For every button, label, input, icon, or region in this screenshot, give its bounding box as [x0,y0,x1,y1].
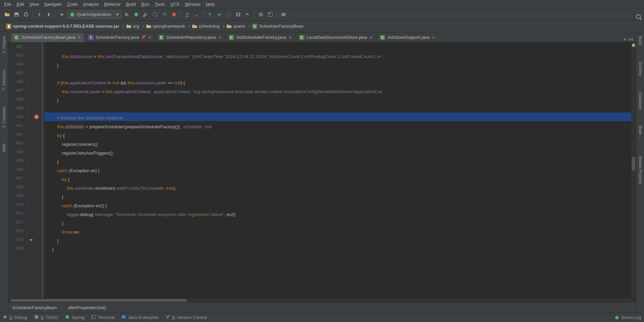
fold-toggle-icon[interactable] [28,237,34,242]
line-number-gutter[interactable]: 4824834844854864874884894904914924934944… [8,42,28,298]
line-number[interactable]: 503 [8,226,23,235]
vcs-history-button[interactable] [224,10,233,19]
code-line[interactable]: try { [47,131,636,140]
code-line[interactable]: // Initialize the Scheduler instance... [47,114,636,123]
line-number[interactable]: 485 [8,69,23,77]
vcs-commit-button[interactable] [215,10,224,19]
code-line[interactable]: logger.debug( message: "Scheduler shutdo… [47,210,636,219]
editor-breadcrumbs[interactable]: SchedulerFactoryBean〉afterPropertiesSet(… [8,302,636,313]
code-line[interactable]: catch (Exception ex) { [47,166,636,175]
code-line[interactable]: } [47,237,636,245]
line-number[interactable]: 497 [8,174,23,183]
gutter-icons[interactable] [28,42,45,298]
code-line[interactable]: this.resourceLoader = this.applicationCo… [47,87,636,96]
close-tab-button[interactable]: × [288,35,292,40]
code-area[interactable]: this.dataSource = this.nonTransactionalD… [45,42,636,298]
run-config-selector[interactable]: QuartzApplication ▾ [67,10,122,19]
editor-tab[interactable]: CStdSchedulerFactory.java× [226,32,295,42]
line-number[interactable]: 483 [8,51,23,60]
execution-point-icon[interactable] [34,114,39,119]
line-number[interactable]: 482 [8,42,23,51]
editor-breadcrumb-item[interactable]: SchedulerFactoryBean [12,305,57,310]
code-line[interactable]: catch (Exception ex2) { [47,202,636,210]
line-number[interactable]: 501 [8,209,23,218]
vcs-diff-button[interactable] [234,10,243,19]
code-line[interactable]: this.scheduler.shutdown( waitForJobsToCo… [47,184,636,193]
code-line[interactable]: if (this.applicationContext != null && t… [47,79,636,87]
editor-tab[interactable]: CSchedulerRepository.java× [155,32,225,42]
code-line[interactable]: this.scheduler = prepareScheduler(prepar… [47,123,636,131]
line-number[interactable]: 500 [8,200,23,209]
line-number[interactable]: 486 [8,77,23,86]
bottom-tool-jee[interactable]: Java Enterprise [121,315,158,320]
code-line[interactable]: registerListeners(); [47,140,636,149]
line-number[interactable]: 489 [8,104,23,112]
line-number[interactable]: 484 [8,60,23,69]
code-line[interactable]: } [47,96,636,105]
code-line[interactable]: } [47,245,636,254]
right-tool-bean--[interactable]: Bean … [637,124,643,141]
code-line[interactable]: throw ex; [47,228,636,237]
close-tab-button[interactable]: × [148,35,152,40]
menu-edit[interactable]: Edit [14,1,27,7]
bottom-tool-debug[interactable]: 5: Debug [3,315,27,320]
right-tool-database[interactable]: Database [637,90,643,110]
menu-code[interactable]: Code [65,1,80,7]
code-line[interactable]: } [47,193,636,202]
code-line[interactable]: this.dataSource = this.nonTransactionalD… [47,52,636,61]
line-number[interactable]: 504 [8,235,23,244]
menu-refactor[interactable]: Refactor [101,1,123,7]
settings-button[interactable] [256,10,265,19]
menu-navigate[interactable]: Navigate [42,1,64,7]
code-line[interactable] [47,254,636,263]
stop-button[interactable] [170,10,178,19]
vcs-update-button[interactable] [205,10,214,19]
sdk-button[interactable] [279,10,288,19]
line-number[interactable]: 488 [8,95,23,104]
menu-view[interactable]: View [27,1,42,7]
breadcrumb-item[interactable]: springframework [143,22,189,31]
editor-tab[interactable]: CSchedulerFactoryBean.java× [11,33,84,42]
code-line[interactable] [47,105,636,114]
menu-help[interactable]: Help [203,1,218,7]
editor-tab[interactable]: CJobStoreSupport.java× [377,32,439,42]
line-number[interactable]: 496 [8,165,23,174]
editor-breadcrumb-item[interactable]: afterPropertiesSet() [68,305,106,310]
menu-run[interactable]: Run [139,1,152,7]
sync-button[interactable] [22,10,30,19]
forward-button[interactable] [44,10,53,19]
close-tab-button[interactable]: × [431,35,436,40]
run-button[interactable] [122,10,131,19]
line-number[interactable]: 495 [8,156,23,165]
left-tool----project[interactable]: 1: Project [1,35,7,55]
breadcrumb-item[interactable]: quartz [223,22,249,31]
right-tool-build[interactable]: Build [637,35,643,47]
commit-button[interactable] [192,10,201,19]
code-editor[interactable]: 4824834844854864874884894904914924934944… [8,42,636,298]
menu-window[interactable]: Window [182,1,203,7]
search-everywhere-button[interactable] [636,14,643,21]
update-button[interactable] [183,10,192,19]
line-number[interactable]: 502 [8,218,23,226]
profile-button[interactable] [151,10,159,19]
code-line[interactable]: } [47,61,636,70]
menu-tools[interactable]: Tools [152,1,168,7]
debug-button[interactable] [132,10,141,19]
code-line[interactable]: } [47,158,636,166]
bottom-tool-spring[interactable]: Spring [65,315,84,320]
bottom-tool-todo[interactable]: 6: TODO [34,315,58,320]
build-button[interactable] [57,10,66,19]
event-log-button[interactable]: Event Log [615,315,641,320]
code-line[interactable]: try { [47,175,636,184]
code-line[interactable]: } [47,219,636,228]
breadcrumb-item[interactable]: scheduling [189,22,223,31]
left-tool----structure[interactable]: 7: Structure [1,68,7,92]
menu-vcs[interactable]: VCS [168,1,182,7]
code-line[interactable] [47,70,636,79]
back-button[interactable] [35,10,44,19]
breadcrumb-item[interactable]: org [123,22,143,31]
line-number[interactable]: 499 [8,191,23,200]
line-number[interactable]: 498 [8,183,23,191]
close-tab-button[interactable]: × [369,35,373,40]
line-number[interactable]: 492 [8,130,23,139]
